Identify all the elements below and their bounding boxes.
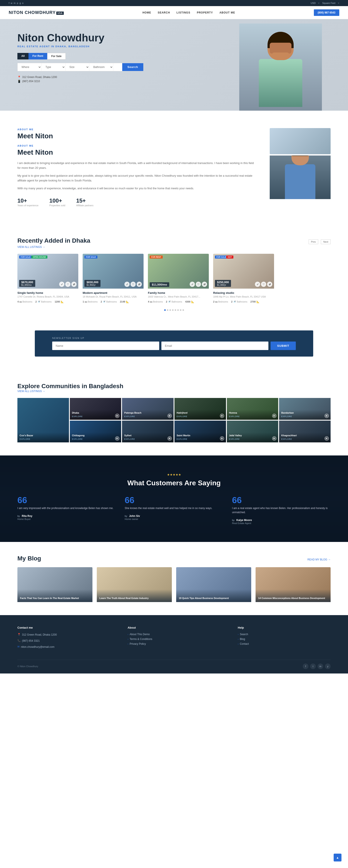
bath-icon-1: 🚿 <box>37 300 40 303</box>
testimonial-text-1: I am very impressed with the professiona… <box>18 506 116 510</box>
footer-privacy[interactable]: › Privacy Policy <box>128 642 220 645</box>
listing-action-heart-4[interactable]: ♡ <box>261 282 266 287</box>
unit-selector[interactable]: Square Feet <box>322 2 336 4</box>
community-card-extra[interactable]: Khagrachhari EXPLORE ▶ <box>279 421 330 442</box>
blog-overlay-2: Learn The Truth About Real Estate Indust… <box>97 589 172 602</box>
footer-search-link[interactable]: › Search <box>238 633 330 636</box>
dot-8[interactable] <box>182 309 184 311</box>
listing-action-compare[interactable]: ⇄ <box>71 282 76 287</box>
other-icon[interactable]: o <box>22 2 24 4</box>
listing-action-expand-2[interactable]: ⤢ <box>125 282 130 287</box>
google-icon[interactable]: g <box>20 2 21 4</box>
community-card-patenga[interactable]: Patenga Beach EXPLORE ▶ <box>122 398 174 420</box>
testimonials-stars: ★★★★★ <box>167 473 181 476</box>
dot-3[interactable] <box>169 309 171 311</box>
footer-bottom: © Niton Chowdhury f t in y <box>18 660 330 669</box>
footer-youtube-icon[interactable]: y <box>325 663 330 669</box>
community-card-chittagong[interactable]: Chittagong EXPLORE ▶ <box>70 421 121 442</box>
community-card-coxs-bazar[interactable]: Cox's Bazar EXPLORE <box>18 398 69 442</box>
logo[interactable]: NITON CHOWDHURYUSA <box>9 10 64 15</box>
nav-property[interactable]: PROPERTY <box>197 11 213 14</box>
view-all-listings[interactable]: VIEW ALL LISTINGS → <box>18 246 330 249</box>
community-name-4: Hatirjheel <box>177 411 224 414</box>
community-card-sylhet[interactable]: Sylhet EXPLORE ▶ <box>122 421 174 442</box>
newsletter-email-input[interactable] <box>162 342 268 350</box>
bed-icon-4: 🛏 <box>215 300 217 303</box>
whatsapp-icon[interactable]: w <box>11 2 12 4</box>
community-card-jafal-valley[interactable]: Jafal Valley EXPLORE ▶ <box>227 421 278 442</box>
type-select[interactable]: Type <box>41 63 66 71</box>
where-select[interactable]: Where <box>18 63 41 71</box>
bathroom-select[interactable]: Bathroom <box>90 63 113 71</box>
pinterest-icon[interactable]: p <box>17 2 18 4</box>
footer-twitter-icon[interactable]: t <box>310 663 316 669</box>
search-button[interactable]: Search <box>122 63 143 71</box>
community-card-homna[interactable]: Homna EXPLORE ▶ <box>227 398 278 420</box>
tab-all[interactable]: All <box>18 53 29 59</box>
blog-card-3: 19 Quick Tips About Business Development <box>176 567 251 602</box>
dot-1[interactable] <box>164 309 166 311</box>
community-name-10: Jafal Valley <box>229 434 276 437</box>
community-play-8[interactable]: ▶ <box>168 436 172 441</box>
listing-action-compare-4[interactable]: ⇄ <box>267 282 272 287</box>
facebook-icon[interactable]: f <box>9 2 9 4</box>
listing-action-heart-3[interactable]: ♡ <box>196 282 201 287</box>
communities-view-all[interactable]: VIEW ALL LISTINGS → <box>18 390 330 393</box>
newsletter-name-input[interactable] <box>52 342 159 350</box>
listing-action-heart[interactable]: ♡ <box>65 282 70 287</box>
community-play-4[interactable]: ▶ <box>220 414 224 418</box>
bath-icon-4: 🚿 <box>233 300 236 303</box>
community-card-bandarban[interactable]: Bandarban EXPLORE ▶ <box>279 398 330 420</box>
community-overlay-4: Hatirjheel EXPLORE <box>174 410 226 420</box>
footer-about-demo[interactable]: › About This Demo <box>128 633 220 636</box>
community-play-11[interactable]: ▶ <box>324 436 329 441</box>
linkedin-icon[interactable]: in <box>14 2 16 4</box>
header-phone[interactable]: (800) 987 6543 <box>314 9 339 16</box>
community-card-dhaka[interactable]: Dhaka EXPLORE ▶ <box>70 398 121 420</box>
footer-blog-link[interactable]: › Blog <box>238 638 330 641</box>
next-button[interactable]: Next <box>321 239 330 244</box>
footer-terms[interactable]: › Terms & Conditions <box>128 638 220 641</box>
blog-read-all[interactable]: READ MY BLOG → <box>308 558 330 561</box>
listing-action-expand[interactable]: ⤢ <box>59 282 64 287</box>
listing-actions-3: ⤢ ♡ ⇄ <box>190 282 207 287</box>
footer-instagram-icon[interactable]: in <box>318 663 323 669</box>
listing-action-expand-3[interactable]: ⤢ <box>190 282 195 287</box>
footer-phone-text: (987) 654 3321 <box>22 639 40 643</box>
currency-selector[interactable]: USD <box>311 2 316 4</box>
nav-home[interactable]: HOME <box>142 11 151 14</box>
dot-6[interactable] <box>177 309 179 311</box>
listing-card-4: FOR SALE HOT $250,000 $1,300/yr ⤢ ♡ ⇄ Re… <box>213 254 274 305</box>
arrow-icon-5: › <box>238 638 238 640</box>
nav-listings[interactable]: LISTINGS <box>177 11 190 14</box>
size-select[interactable]: Size <box>66 63 90 71</box>
top-bar-settings: USD ▾ Square Feet ▾ <box>311 2 339 5</box>
community-play-3[interactable]: ▶ <box>168 414 172 418</box>
stat-partners: 15+ Affiliate partners <box>76 197 93 207</box>
community-card-hatirjheel[interactable]: Hatirjheel EXPLORE ▶ <box>174 398 226 420</box>
dot-2[interactable] <box>167 309 168 311</box>
nav-search[interactable]: SEARCH <box>158 11 170 14</box>
community-play-6[interactable]: ▶ <box>324 414 329 418</box>
dot-7[interactable] <box>180 309 181 311</box>
footer-facebook-icon[interactable]: f <box>303 663 308 669</box>
bath-icon-3: 🚿 <box>168 300 171 303</box>
newsletter-submit-button[interactable]: SUBMIT <box>271 342 296 350</box>
tab-rent[interactable]: For Rent <box>29 53 47 59</box>
community-explore-11: EXPLORE <box>281 438 292 440</box>
listing-action-compare-3[interactable]: ⇄ <box>202 282 207 287</box>
listing-action-heart-2[interactable]: ♡ <box>131 282 136 287</box>
nav-about[interactable]: ABOUT ME <box>219 11 235 14</box>
community-play-9[interactable]: ▶ <box>220 436 224 441</box>
blog-image-2: Learn The Truth About Real Estate Indust… <box>97 567 172 602</box>
dot-4[interactable] <box>172 309 174 311</box>
footer-contact-link[interactable]: › Contact <box>238 642 330 645</box>
blog-section: My Blog READ MY BLOG → Facts That You Ca… <box>0 542 348 615</box>
social-links[interactable]: f w in p g o <box>9 2 24 4</box>
listing-action-compare-2[interactable]: ⇄ <box>137 282 142 287</box>
listing-action-expand-4[interactable]: ⤢ <box>255 282 260 287</box>
tab-sale[interactable]: For Sale <box>47 53 66 59</box>
prev-button[interactable]: Prev <box>309 239 318 244</box>
dot-5[interactable] <box>175 309 176 311</box>
community-card-saint-martin[interactable]: Saint Martin EXPLORE ▶ <box>174 421 226 442</box>
